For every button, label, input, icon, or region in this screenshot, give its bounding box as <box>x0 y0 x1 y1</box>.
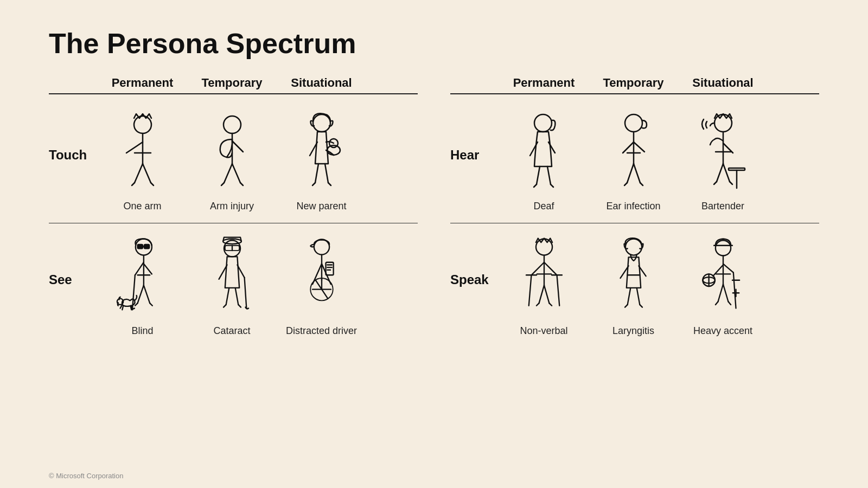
svg-line-14 <box>240 183 243 185</box>
left-col-situational: Situational <box>277 76 366 90</box>
svg-line-74 <box>624 183 627 185</box>
svg-rect-25 <box>144 245 149 249</box>
svg-line-82 <box>714 182 717 184</box>
svg-point-0 <box>134 116 151 133</box>
svg-line-123 <box>728 301 731 305</box>
figure-non-verbal: Non-verbal <box>499 229 589 342</box>
svg-point-38 <box>223 239 241 243</box>
figure-new-parent: New parent <box>277 104 366 217</box>
left-header-row: Permanent Temporary Situational <box>49 76 418 94</box>
svg-line-122 <box>715 301 718 305</box>
footer: © Microsoft Corporation <box>49 472 123 480</box>
svg-point-8 <box>224 116 241 133</box>
svg-line-11 <box>224 164 232 183</box>
svg-line-105 <box>625 305 628 307</box>
label-ear-infection: Ear infection <box>606 201 660 212</box>
svg-line-71 <box>634 142 644 152</box>
page-title: The Persona Spectrum <box>0 0 868 76</box>
hear-label: Hear <box>450 104 499 163</box>
svg-line-97 <box>536 303 539 306</box>
svg-line-73 <box>634 164 640 183</box>
svg-line-75 <box>640 183 643 185</box>
svg-point-15 <box>313 114 330 132</box>
svg-line-10 <box>232 141 243 152</box>
label-distracted-driver: Distracted driver <box>286 325 357 337</box>
svg-line-80 <box>717 164 723 182</box>
speak-label: Speak <box>450 229 499 287</box>
svg-line-45 <box>235 288 238 305</box>
svg-point-60 <box>534 114 552 132</box>
svg-point-86 <box>535 239 552 255</box>
main-content: Permanent Temporary Situational Touch <box>0 76 868 348</box>
label-blind: Blind <box>131 325 153 337</box>
svg-line-115 <box>723 264 733 273</box>
svg-line-83 <box>730 182 732 184</box>
svg-line-98 <box>549 303 552 306</box>
figure-laryngitis: Laryngitis <box>589 229 678 342</box>
svg-line-104 <box>636 288 640 305</box>
svg-line-20 <box>325 164 328 183</box>
label-cataract: Cataract <box>213 325 250 337</box>
touch-figures: One arm <box>98 104 366 217</box>
see-row: See <box>49 229 418 342</box>
svg-line-33 <box>143 285 149 303</box>
label-deaf: Deaf <box>533 201 554 212</box>
svg-line-6 <box>132 183 135 185</box>
svg-line-12 <box>232 164 240 183</box>
svg-line-120 <box>718 284 723 301</box>
hear-row: Hear <box>450 104 819 217</box>
right-col-situational: Situational <box>678 76 768 90</box>
svg-point-99 <box>625 239 641 255</box>
svg-line-28 <box>143 264 151 274</box>
svg-line-46 <box>224 305 226 307</box>
label-non-verbal: Non-verbal <box>520 325 567 337</box>
svg-line-61 <box>530 142 538 156</box>
svg-line-90 <box>528 275 531 305</box>
svg-line-19 <box>315 164 318 183</box>
label-new-parent: New parent <box>296 201 346 212</box>
figure-one-arm: One arm <box>98 104 187 217</box>
svg-line-43 <box>244 278 246 308</box>
label-heavy-accent: Heavy accent <box>693 325 752 337</box>
svg-line-92 <box>544 262 557 275</box>
svg-line-7 <box>151 183 154 185</box>
right-header-row: Permanent Temporary Situational <box>450 76 819 94</box>
hear-figures: Deaf <box>499 104 768 217</box>
label-bartender: Bartender <box>701 201 744 212</box>
svg-line-106 <box>640 305 642 307</box>
see-figures: Blind <box>98 229 366 342</box>
figure-cataract: Cataract <box>187 229 277 342</box>
svg-line-54 <box>312 264 322 285</box>
see-section: See <box>49 223 418 348</box>
svg-line-96 <box>544 285 549 303</box>
label-laryngitis: Laryngitis <box>612 325 654 337</box>
svg-line-81 <box>723 164 730 182</box>
touch-row: Touch <box>49 104 418 217</box>
svg-line-93 <box>557 275 559 305</box>
svg-line-70 <box>623 142 634 153</box>
label-one-arm: One arm <box>123 201 161 212</box>
figure-bartender: Bartender <box>678 104 768 217</box>
hear-section: Hear <box>450 99 819 223</box>
svg-line-44 <box>226 288 229 305</box>
svg-line-89 <box>531 262 544 275</box>
svg-line-29 <box>135 262 143 275</box>
svg-line-64 <box>547 166 551 184</box>
svg-line-62 <box>548 142 555 153</box>
svg-point-76 <box>714 114 732 132</box>
svg-rect-24 <box>137 245 142 249</box>
svg-line-21 <box>312 183 315 185</box>
figure-arm-injury: Arm injury <box>187 104 277 217</box>
svg-line-103 <box>627 288 630 305</box>
speak-figures: Non-verbal <box>499 229 768 342</box>
right-col-temporary: Temporary <box>589 76 678 90</box>
figure-ear-infection: Ear infection <box>589 104 678 217</box>
figure-blind: Blind <box>98 229 187 342</box>
left-col-temporary: Temporary <box>187 76 277 90</box>
right-col-permanent: Permanent <box>499 76 589 90</box>
figure-deaf: Deaf <box>499 104 589 217</box>
figure-distracted-driver: Distracted driver <box>277 229 366 342</box>
svg-line-5 <box>143 164 151 183</box>
touch-label: Touch <box>49 104 98 163</box>
svg-line-32 <box>137 285 143 303</box>
